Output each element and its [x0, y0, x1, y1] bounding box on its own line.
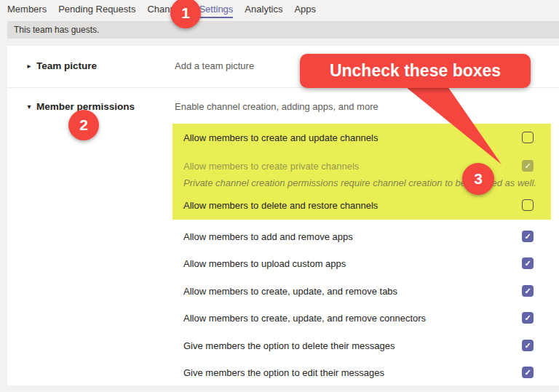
permission-row: Allow members to create, update, and rem… — [183, 284, 534, 298]
checkbox-create-update-remove-connectors[interactable] — [522, 312, 534, 324]
teams-settings-screen: Members Pending Requests Channels Settin… — [0, 0, 559, 392]
tab-settings[interactable]: Settings — [199, 4, 233, 18]
permission-label: Allow members to create, update, and rem… — [183, 313, 426, 324]
permission-label: Allow members to create and update chann… — [183, 132, 378, 143]
annotation-step-3: 3 — [462, 163, 494, 195]
permission-row: Give members the option to edit their me… — [183, 365, 534, 380]
checkbox-add-remove-apps[interactable] — [522, 231, 534, 242]
permission-row: Allow members to create, update, and rem… — [183, 311, 534, 325]
chevron-down-icon: ▾ — [24, 103, 34, 111]
section-description: Add a team picture — [175, 60, 254, 71]
permission-label: Allow members to add and remove apps — [183, 231, 353, 242]
permission-row: Give members the option to delete their … — [183, 338, 534, 353]
checkbox-create-update-channels[interactable] — [522, 132, 534, 143]
permission-row: Allow members to add and remove apps — [183, 229, 534, 244]
checkbox-create-update-remove-tabs[interactable] — [522, 285, 534, 297]
section-description: Enable channel creation, adding apps, an… — [175, 101, 378, 112]
tab-apps[interactable]: Apps — [294, 4, 316, 17]
tab-pending-requests[interactable]: Pending Requests — [58, 4, 135, 17]
chevron-right-icon: ▸ — [24, 62, 34, 70]
tab-members[interactable]: Members — [7, 4, 47, 17]
section-title: Team picture — [36, 60, 97, 71]
permission-row: Allow members to delete and restore chan… — [183, 198, 534, 212]
permission-label: Allow members to upload custom apps — [183, 258, 346, 269]
checkbox-edit-their-messages[interactable] — [522, 367, 534, 378]
tab-analytics[interactable]: Analytics — [245, 4, 282, 17]
permission-label: Give members the option to delete their … — [183, 340, 395, 351]
checkbox-create-private-channels — [522, 160, 534, 172]
guests-banner: This team has guests. — [7, 21, 559, 39]
permission-label: Allow members to create private channels — [183, 161, 359, 172]
callout-arrow — [393, 84, 510, 168]
annotation-step-2: 2 — [68, 110, 99, 140]
checkbox-upload-custom-apps[interactable] — [522, 257, 534, 269]
checkbox-delete-their-messages[interactable] — [522, 340, 534, 351]
permission-label: Allow members to create, update, and rem… — [183, 286, 397, 297]
annotation-callout: Uncheck these boxes — [300, 54, 531, 88]
permission-label: Allow members to delete and restore chan… — [183, 200, 378, 211]
permission-row: Allow members to upload custom apps — [183, 256, 534, 271]
permission-label: Give members the option to edit their me… — [183, 367, 384, 378]
checkbox-delete-restore-channels[interactable] — [522, 199, 534, 211]
